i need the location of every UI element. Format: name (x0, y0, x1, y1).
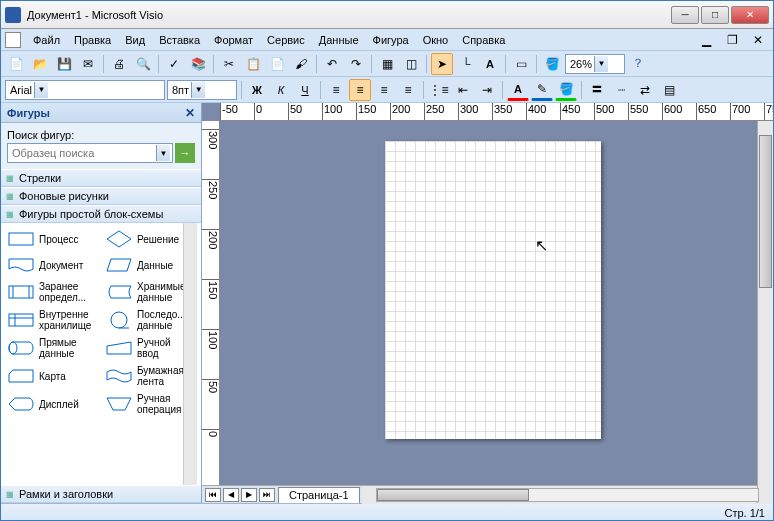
stencil-icon: ▦ (5, 191, 15, 201)
shape-process[interactable]: Процесс (5, 227, 99, 251)
fill-color-button[interactable]: 🪣 (555, 79, 577, 101)
mdi-restore-button[interactable]: ❐ (721, 29, 743, 51)
page[interactable] (385, 141, 601, 439)
menu-shape[interactable]: Фигура (367, 32, 415, 48)
category-backgrounds[interactable]: ▦Фоновые рисунки (1, 187, 201, 205)
print-preview-button[interactable]: 🔍 (132, 53, 154, 75)
font-combo[interactable]: Arial ▼ (5, 80, 165, 100)
close-button[interactable]: ✕ (731, 6, 769, 24)
stencil-icon: ▦ (5, 489, 15, 499)
search-go-button[interactable]: → (175, 143, 195, 163)
pointer-tool-button[interactable]: ➤ (431, 53, 453, 75)
stencil-icon: ▦ (5, 209, 15, 219)
indent-dec-button[interactable]: ⇤ (452, 79, 474, 101)
search-input[interactable] (12, 147, 154, 159)
menu-tools[interactable]: Сервис (261, 32, 311, 48)
menu-data[interactable]: Данные (313, 32, 365, 48)
menu-insert[interactable]: Вставка (153, 32, 206, 48)
undo-button[interactable]: ↶ (321, 53, 343, 75)
rectangle-tool-button[interactable]: ▭ (510, 53, 532, 75)
maximize-button[interactable]: □ (701, 6, 729, 24)
cut-button[interactable]: ✂ (218, 53, 240, 75)
fill-button[interactable]: 🪣 (541, 53, 563, 75)
scrollbar-horizontal[interactable] (362, 486, 773, 504)
manop-icon (105, 394, 133, 414)
help-button[interactable]: ？ (627, 53, 649, 75)
align-left-button[interactable]: ≡ (325, 79, 347, 101)
line-ends-button[interactable]: ⇄ (634, 79, 656, 101)
svg-rect-6 (9, 314, 33, 326)
indent-inc-button[interactable]: ⇥ (476, 79, 498, 101)
minimize-button[interactable]: ─ (671, 6, 699, 24)
line-pattern-button[interactable]: ┈ (610, 79, 632, 101)
new-button[interactable]: 📄 (5, 53, 27, 75)
font-color-button[interactable]: A (507, 79, 529, 101)
menu-window[interactable]: Окно (417, 32, 455, 48)
dropdown-arrow-icon[interactable]: ▼ (156, 145, 170, 161)
shape-direct[interactable]: Прямые данные (5, 335, 99, 361)
drawing-area[interactable]: ↖ (220, 121, 773, 485)
underline-button[interactable]: Ч (294, 79, 316, 101)
shapes-window-button[interactable]: ▦ (376, 53, 398, 75)
doc-icon[interactable] (5, 32, 21, 48)
save-button[interactable]: 💾 (53, 53, 75, 75)
category-frames[interactable]: ▦Рамки и заголовки (1, 485, 201, 503)
tab-first-button[interactable]: ⏮ (205, 488, 221, 502)
shape-predef[interactable]: Заранее определ... (5, 279, 99, 305)
bold-button[interactable]: Ж (246, 79, 268, 101)
shape-label: Карта (39, 371, 66, 382)
panel-close-button[interactable]: ✕ (185, 106, 195, 120)
menu-format[interactable]: Формат (208, 32, 259, 48)
align-center-button[interactable]: ≡ (349, 79, 371, 101)
ruler-vertical: 300250200150100500 (202, 121, 220, 485)
shape-document[interactable]: Документ (5, 253, 99, 277)
align-right-button[interactable]: ≡ (373, 79, 395, 101)
scrollbar-vertical[interactable] (757, 121, 773, 485)
shape-grid: ПроцессРешениеДокументДанныеЗаранее опре… (1, 223, 201, 485)
menu-help[interactable]: Справка (456, 32, 511, 48)
mail-button[interactable]: ✉ (77, 53, 99, 75)
paste-button[interactable]: 📄 (266, 53, 288, 75)
format-button[interactable]: ▤ (658, 79, 680, 101)
toolbar-standard: 📄 📂 💾 ✉ 🖨 🔍 ✓ 📚 ✂ 📋 📄 🖌 ↶ ↷ ▦ ◫ ➤ └ A ▭ … (1, 51, 773, 77)
page-tab[interactable]: Страница-1 (278, 487, 360, 503)
dropdown-arrow-icon[interactable]: ▼ (34, 82, 48, 98)
tab-next-button[interactable]: ▶ (241, 488, 257, 502)
bullets-button[interactable]: ⋮≡ (428, 79, 450, 101)
menu-file[interactable]: Файл (27, 32, 66, 48)
dropdown-arrow-icon[interactable]: ▼ (594, 56, 608, 72)
category-flowchart[interactable]: ▦Фигуры простой блок-схемы (1, 205, 201, 223)
menu-view[interactable]: Вид (119, 32, 151, 48)
dropdown-arrow-icon[interactable]: ▼ (191, 82, 205, 98)
zoom-combo[interactable]: 26% ▼ (565, 54, 625, 74)
decision-icon (105, 229, 133, 249)
tab-prev-button[interactable]: ◀ (223, 488, 239, 502)
fontsize-combo[interactable]: 8пт ▼ (167, 80, 237, 100)
text-tool-button[interactable]: A (479, 53, 501, 75)
italic-button[interactable]: К (270, 79, 292, 101)
open-button[interactable]: 📂 (29, 53, 51, 75)
mdi-close-button[interactable]: ✕ (747, 29, 769, 51)
line-color-button[interactable]: ✎ (531, 79, 553, 101)
svg-rect-0 (9, 233, 33, 245)
category-arrows[interactable]: ▦Стрелки (1, 169, 201, 187)
print-button[interactable]: 🖨 (108, 53, 130, 75)
shape-card[interactable]: Карта (5, 363, 99, 389)
mdi-minimize-button[interactable]: ▁ (695, 29, 717, 51)
format-painter-button[interactable]: 🖌 (290, 53, 312, 75)
line-weight-button[interactable]: 〓 (586, 79, 608, 101)
tab-last-button[interactable]: ⏭ (259, 488, 275, 502)
menu-edit[interactable]: Правка (68, 32, 117, 48)
panel-scrollbar[interactable] (183, 223, 197, 485)
align-justify-button[interactable]: ≡ (397, 79, 419, 101)
research-button[interactable]: 📚 (187, 53, 209, 75)
connector-tool-button[interactable]: └ (455, 53, 477, 75)
spellcheck-button[interactable]: ✓ (163, 53, 185, 75)
search-combo[interactable]: ▼ (7, 143, 173, 163)
shape-display[interactable]: Дисплей (5, 391, 99, 417)
stencil-button[interactable]: ◫ (400, 53, 422, 75)
copy-button[interactable]: 📋 (242, 53, 264, 75)
redo-button[interactable]: ↷ (345, 53, 367, 75)
shape-internal[interactable]: Внутренне хранилище (5, 307, 99, 333)
panel-title: Фигуры (7, 107, 50, 119)
